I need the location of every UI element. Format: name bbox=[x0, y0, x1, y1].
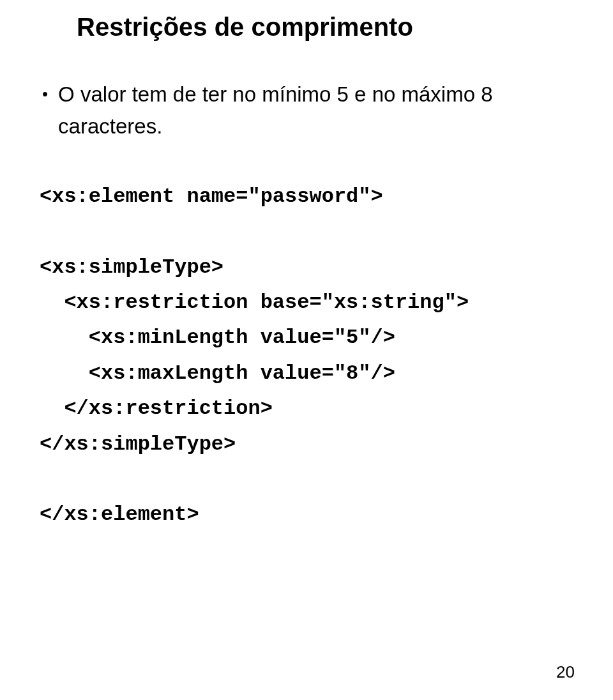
code-line: <xs:restriction base="xs:string"> bbox=[40, 291, 469, 314]
code-line: </xs:restriction> bbox=[40, 397, 273, 420]
page-number: 20 bbox=[556, 662, 575, 682]
document-page: Restrições de comprimento • O valor tem … bbox=[0, 0, 613, 700]
code-line: </xs:simpleType> bbox=[40, 432, 236, 456]
code-block: <xs:element name="password"> <xs:simpleT… bbox=[40, 179, 575, 533]
code-line: <xs:maxLength value="8"/> bbox=[40, 361, 395, 385]
code-line: </xs:element> bbox=[40, 503, 199, 526]
code-line: <xs:simpleType> bbox=[40, 255, 223, 279]
bullet-text: O valor tem de ter no mínimo 5 e no máxi… bbox=[58, 79, 575, 142]
bullet-item: • O valor tem de ter no mínimo 5 e no má… bbox=[42, 79, 575, 142]
code-line: <xs:element name="password"> bbox=[40, 185, 383, 208]
page-title: Restrições de comprimento bbox=[77, 13, 575, 42]
bullet-icon: • bbox=[42, 79, 48, 110]
code-line: <xs:minLength value="5"/> bbox=[40, 326, 395, 349]
